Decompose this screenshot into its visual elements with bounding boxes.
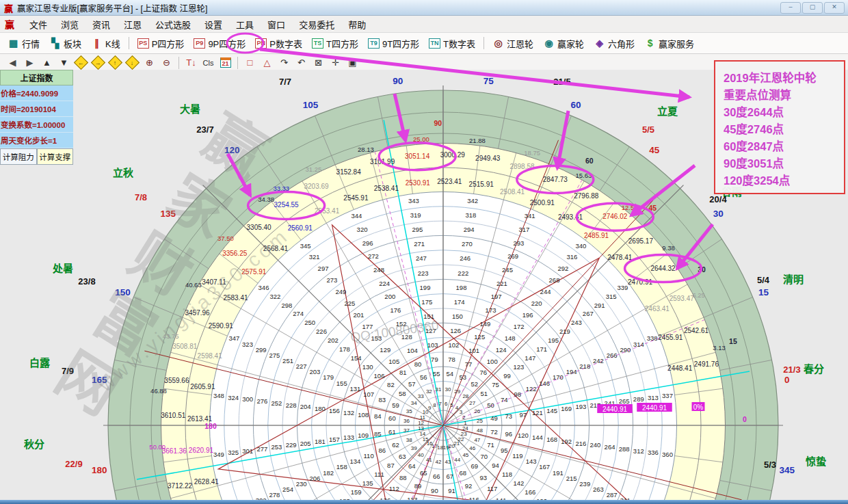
svg-text:3508.81: 3508.81 — [172, 343, 198, 350]
draw-tool-page-next-icon[interactable]: ▶ — [22, 56, 38, 70]
maximize-button[interactable]: ▢ — [802, 2, 823, 14]
toolbar-button-sectors[interactable]: ▚板块 — [44, 35, 86, 52]
draw-tool-t-down-icon[interactable]: T↓ — [183, 56, 199, 70]
svg-text:37.50: 37.50 — [217, 235, 234, 242]
draw-tool-triangle-tool-icon[interactable]: △ — [259, 56, 275, 70]
draw-tool-rect-tool-icon[interactable]: □ — [242, 56, 258, 70]
draw-tool-page-prev-icon[interactable]: ◀ — [5, 56, 21, 70]
svg-text:5/3: 5/3 — [764, 460, 776, 470]
svg-text:176: 176 — [390, 306, 401, 314]
svg-text:203: 203 — [309, 368, 320, 375]
svg-text:2583.41: 2583.41 — [223, 294, 248, 302]
menu-item-trade[interactable]: 交易委托 — [292, 16, 341, 33]
draw-tool-pan-down-icon[interactable]: ↓ — [124, 56, 140, 70]
draw-tool-rotate-cw-icon[interactable]: ↷ — [276, 56, 292, 70]
svg-text:125: 125 — [474, 333, 485, 341]
toolbar-button-k-line[interactable]: ∥K线 — [86, 35, 125, 52]
menu-item-formula-stock-pick[interactable]: 公式选股 — [148, 16, 198, 33]
draw-tool-cls-icon[interactable]: Cls — [200, 56, 216, 70]
svg-text:169: 169 — [561, 405, 572, 412]
svg-text:267: 267 — [583, 310, 594, 317]
menu-item-window[interactable]: 窗口 — [261, 16, 292, 33]
svg-text:51: 51 — [480, 390, 488, 397]
menu-item-settings[interactable]: 设置 — [198, 16, 229, 33]
toolbar-button-winner-wheel[interactable]: ◉赢家轮 — [538, 35, 589, 52]
draw-tool-zoom-out-icon[interactable]: ⊖ — [159, 56, 174, 70]
p9-icon: P9 — [194, 38, 205, 49]
draw-tool-step-down-icon[interactable]: ▼ — [56, 56, 72, 70]
draw-tool-delete-box-icon[interactable]: ⊠ — [310, 56, 326, 70]
menu-item-tools[interactable]: 工具 — [229, 16, 261, 33]
toolbar-button-t-square[interactable]: TST四方形 — [307, 35, 363, 52]
menu-item-file[interactable]: 文件 — [23, 16, 54, 33]
menu-item-browse[interactable]: 浏览 — [54, 16, 85, 33]
menu-item-gann[interactable]: 江恩 — [117, 16, 148, 33]
instrument-name: 上证指数 — [0, 70, 73, 85]
close-button[interactable]: ✕ — [824, 2, 845, 14]
svg-text:23/8: 23/8 — [78, 276, 95, 287]
t9-icon: T9 — [368, 38, 380, 49]
svg-text:60: 60 — [571, 100, 581, 110]
svg-text:323: 323 — [242, 341, 253, 348]
toolbar-button-winner-service[interactable]: $赢家服务 — [639, 35, 699, 52]
toolbar-button-p-number-table[interactable]: PNP数字表 — [250, 35, 307, 52]
draw-tool-center-cross-icon[interactable]: ✛ — [328, 56, 343, 70]
svg-text:202: 202 — [328, 336, 339, 344]
svg-text:2530.91: 2530.91 — [406, 179, 431, 187]
toolbar-button-9t-square[interactable]: T99T四方形 — [363, 35, 424, 52]
minimize-button[interactable]: ‒ — [780, 2, 801, 14]
draw-tool-rotate-ccw-icon[interactable]: ↶ — [293, 56, 309, 70]
calc-support-button[interactable]: 计算支撑 — [37, 148, 74, 165]
svg-text:248: 248 — [373, 266, 384, 274]
svg-text:289: 289 — [633, 395, 644, 403]
toolbar-button-t-number-table[interactable]: TNT数字表 — [424, 35, 480, 52]
svg-text:273: 273 — [327, 276, 338, 284]
toolbar-button-label: T四方形 — [326, 37, 358, 50]
menu-item-help[interactable]: 帮助 — [341, 16, 373, 33]
svg-text:191: 191 — [553, 469, 564, 477]
toolbar-button-hexagon[interactable]: ◈六角形 — [589, 35, 639, 52]
svg-text:322: 322 — [269, 293, 280, 300]
svg-text:25.00: 25.00 — [413, 135, 429, 143]
tn-icon: TN — [429, 38, 440, 49]
svg-text:313: 313 — [648, 394, 659, 401]
toolbar-button-9p-square[interactable]: P99P四方形 — [189, 35, 250, 52]
svg-text:3152.84: 3152.84 — [336, 168, 362, 176]
svg-text:46: 46 — [469, 445, 475, 451]
menu-bar: 赢 文件浏览资讯江恩公式选股设置工具窗口交易委托帮助 — [0, 16, 848, 33]
draw-tool-zoom-in-icon[interactable]: ⊕ — [142, 56, 157, 70]
svg-text:37: 37 — [403, 427, 410, 434]
svg-text:122: 122 — [526, 385, 537, 393]
toolbar-button-gann-wheel[interactable]: ◎江恩轮 — [488, 35, 538, 52]
svg-text:42: 42 — [436, 459, 442, 465]
svg-text:2575.91: 2575.91 — [241, 268, 267, 276]
draw-tool-step-up-icon[interactable]: ▲ — [39, 56, 55, 70]
window-controls: ‒▢✕ — [780, 2, 845, 14]
svg-text:2538.41: 2538.41 — [374, 185, 399, 192]
svg-text:秋分: 秋分 — [24, 438, 44, 450]
toolbar-button-p-square[interactable]: PSP四方形 — [133, 35, 189, 52]
draw-tool-pan-right-icon[interactable]: → — [90, 56, 106, 70]
svg-text:205: 205 — [300, 440, 311, 447]
svg-text:84: 84 — [374, 412, 382, 420]
svg-text:78: 78 — [448, 356, 455, 363]
draw-tool-calendar-icon[interactable]: 21 — [217, 56, 233, 70]
draw-tool-pan-left-icon[interactable]: ← — [73, 56, 89, 70]
svg-text:85: 85 — [374, 430, 382, 438]
svg-text:226: 226 — [316, 328, 327, 335]
window-title: 赢家江恩专业版[赢家服务平台] - [上证指数 江恩轮] — [17, 1, 207, 14]
svg-text:339: 339 — [618, 284, 628, 291]
calc-resistance-button[interactable]: 计算阻力 — [0, 148, 37, 165]
svg-text:52: 52 — [471, 380, 479, 388]
svg-text:7/9: 7/9 — [62, 366, 74, 376]
menu-item-news[interactable]: 资讯 — [85, 16, 117, 33]
toolbar-button-market-quotes[interactable]: ▦行情 — [3, 35, 44, 52]
svg-text:182: 182 — [323, 469, 334, 477]
svg-text:101: 101 — [468, 347, 479, 354]
svg-text:349: 349 — [213, 451, 224, 458]
draw-tool-pan-up-icon[interactable]: ↑ — [107, 56, 123, 70]
draw-tool-screen-icon[interactable]: ▣ — [345, 56, 360, 70]
svg-text:292: 292 — [558, 265, 569, 272]
svg-text:15: 15 — [729, 337, 737, 345]
svg-text:247: 247 — [416, 254, 427, 262]
